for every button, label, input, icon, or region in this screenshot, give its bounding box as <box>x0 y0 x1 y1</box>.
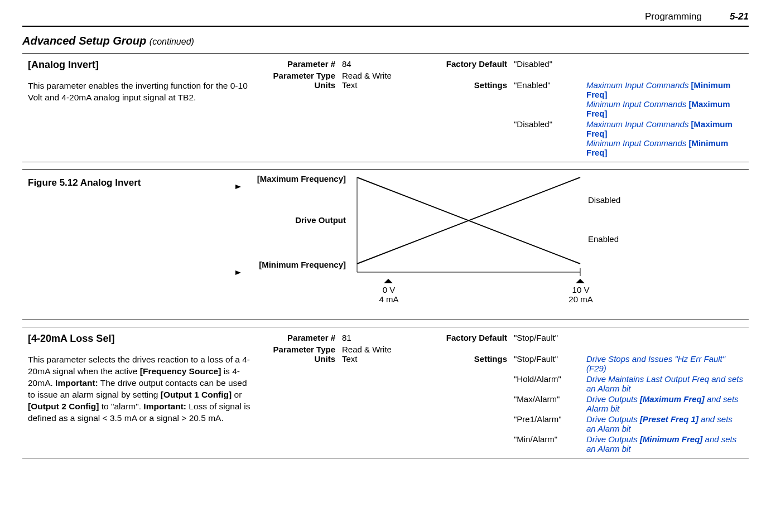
param-name: [Analog Invert] <box>28 59 251 71</box>
setting-bold: [Preset Freq 1] <box>640 414 698 424</box>
param-name: [4-20mA Loss Sel] <box>28 333 251 345</box>
svg-marker-8 <box>576 279 585 283</box>
label-factory-default: Factory Default <box>422 333 512 342</box>
settings-col: "Stop/Fault" Drive Stops and Issues "Hz … <box>514 354 743 453</box>
label-settings: Settings <box>422 80 512 90</box>
setting-bold: [Maximum Freq] <box>640 394 705 404</box>
val-param-num: 84 <box>342 59 420 69</box>
label-param-type: Parameter Type <box>253 345 340 354</box>
label-param-num: Parameter # <box>253 333 340 342</box>
group-title-text: Advanced Setup Group <box>22 35 146 47</box>
header-section: Programming <box>645 11 702 22</box>
val-param-num: 81 <box>342 333 420 342</box>
label-settings: Settings <box>422 354 512 364</box>
axis-x0-b: 4 mA <box>379 294 398 304</box>
figure-title: Figure 5.12 Analog Invert <box>28 177 251 308</box>
setting-detail: Drive Stops and Issues "Hz Err Fault" (F… <box>586 354 743 373</box>
setting-detail: Drive Maintains Last Output Freq and set… <box>586 374 743 393</box>
desc-text: or <box>232 390 242 399</box>
val-units: Text <box>342 80 420 90</box>
setting-text: Drive Outputs <box>586 414 640 424</box>
label-drive-output: Drive Output <box>295 215 346 225</box>
label-factory-default: Factory Default <box>422 59 512 69</box>
axis-x1-b: 20 mA <box>568 294 592 304</box>
setting-text: Drive Outputs <box>586 434 640 444</box>
svg-marker-0 <box>235 185 241 189</box>
figure-analog-invert: Figure 5.12 Analog Invert [Maximum Frequ… <box>28 177 743 308</box>
setting-option: "Disabled" <box>514 119 586 157</box>
val-factory-default: "Disabled" <box>514 59 586 69</box>
axis-x0-a: 0 V <box>383 285 396 294</box>
setting-detail: Drive Outputs [Preset Freq 1] and sets a… <box>586 414 743 433</box>
divider <box>22 458 749 458</box>
label-units: Units <box>253 80 340 90</box>
divider <box>22 327 749 327</box>
setting-detail: Maximum Input Commands [Maximum Freq] Mi… <box>586 119 743 157</box>
header-rule <box>22 26 749 27</box>
param-block-4-20ma-loss: [4-20mA Loss Sel] Parameter # 81 Factory… <box>22 333 749 453</box>
divider <box>22 169 749 170</box>
arrow-right-icon <box>234 183 242 190</box>
section-title: Advanced Setup Group (continued) <box>22 35 749 47</box>
param-desc: This parameter enables the inverting fun… <box>28 80 251 104</box>
label-param-type: Parameter Type <box>253 71 340 80</box>
arrow-right-icon <box>234 269 242 276</box>
group-continued: (continued) <box>150 37 194 46</box>
svg-marker-7 <box>384 279 393 283</box>
setting-bold: [Minimum Freq] <box>640 434 703 444</box>
param-desc: This parameter selects the drives reacti… <box>28 354 251 424</box>
val-param-type: Read & Write <box>342 71 420 80</box>
val-units: Text <box>342 354 420 364</box>
settings-col: "Enabled" Maximum Input Commands [Minimu… <box>514 80 743 157</box>
setting-detail: Maximum Input Commands [Minimum Freq] Mi… <box>586 80 743 118</box>
setting-text: Maximum Input Commands <box>586 80 691 90</box>
label-units: Units <box>253 354 340 364</box>
setting-text: Drive Outputs <box>586 394 640 404</box>
desc-bold: [Output 2 Config] <box>28 402 99 411</box>
desc-bold: [Output 1 Config] <box>161 390 232 399</box>
label-min-freq: [Minimum Frequency] <box>259 260 346 269</box>
label-param-num: Parameter # <box>253 59 340 69</box>
setting-option: "Pre1/Alarm" <box>514 414 586 433</box>
label-max-freq: [Maximum Frequency] <box>257 174 346 183</box>
divider <box>22 53 749 54</box>
setting-option: "Enabled" <box>514 80 586 118</box>
label-enabled: Enabled <box>588 234 619 244</box>
page-number: 5-21 <box>730 11 749 22</box>
setting-detail: Drive Outputs [Minimum Freq] and sets an… <box>586 434 743 453</box>
param-block-analog-invert: [Analog Invert] Parameter # 84 Factory D… <box>22 59 749 157</box>
axis-x1-a: 10 V <box>572 285 590 294</box>
svg-marker-1 <box>235 270 241 275</box>
setting-text: Minimum Input Commands <box>586 138 688 148</box>
setting-option: "Max/Alarm" <box>514 394 586 413</box>
desc-bold: [Frequency Source] <box>140 366 221 376</box>
setting-detail: Drive Outputs [Maximum Freq] and sets Al… <box>586 394 743 413</box>
page-header: Programming 5-21 <box>22 11 749 26</box>
setting-option: "Hold/Alarm" <box>514 374 586 393</box>
setting-text: Maximum Input Commands <box>586 119 691 129</box>
desc-text: to "alarm". <box>99 402 143 411</box>
setting-option: "Min/Alarm" <box>514 434 586 453</box>
figure-graphic: [Maximum Frequency] Drive Output [Minimu… <box>251 177 743 308</box>
val-param-type: Read & Write <box>342 345 420 354</box>
desc-important: Important: <box>55 378 98 388</box>
desc-important: Important: <box>143 402 186 411</box>
setting-text: Minimum Input Commands <box>586 99 688 109</box>
setting-option: "Stop/Fault" <box>514 354 586 373</box>
val-factory-default: "Stop/Fault" <box>514 333 586 342</box>
label-disabled: Disabled <box>588 195 620 205</box>
